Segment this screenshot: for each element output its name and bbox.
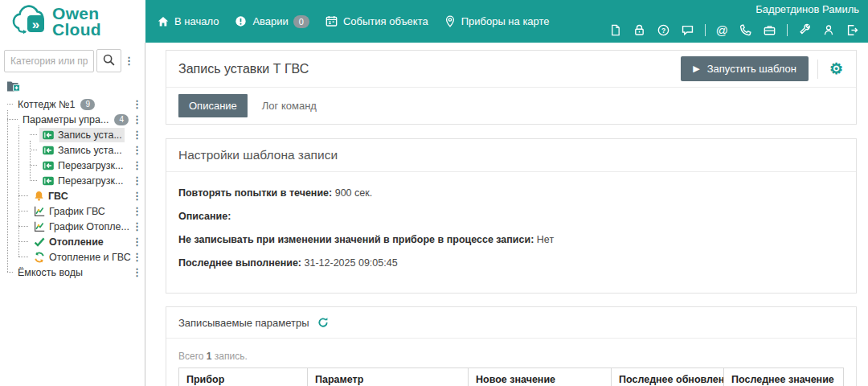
svg-text:?: ? — [661, 27, 665, 35]
column-header: Параметр — [308, 368, 469, 386]
tree-item-kebab-icon[interactable]: ⋮ — [132, 207, 142, 216]
written-params-panel: Записываемые параметры Всего 1 запись. П… — [166, 306, 857, 386]
setting-value: 900 сек. — [335, 187, 372, 199]
tree-item-перезагрузк-[interactable]: Перезагрузк...⋮ — [4, 158, 142, 173]
tree-item-core: График ГВС — [31, 204, 108, 219]
nav-item-1[interactable]: Аварии0 — [234, 14, 309, 28]
tree-connector — [30, 134, 37, 135]
setting-label: Описание: — [178, 211, 231, 222]
tree-item-kebab-icon[interactable]: ⋮ — [132, 192, 142, 200]
alert-icon — [234, 14, 248, 28]
tree-item-core: ГВС — [31, 189, 71, 203]
tree-item-параметры-упра-[interactable]: Параметры упра...4⋮ — [4, 112, 142, 127]
refresh-icon[interactable] — [317, 316, 330, 329]
tree-item-график-гвс[interactable]: График ГВС⋮ — [4, 203, 142, 219]
tree-connector — [18, 226, 28, 227]
lock-icon[interactable] — [633, 23, 646, 37]
tree-item-label: Параметры упра... — [23, 114, 108, 125]
tools-icon[interactable] — [798, 23, 812, 37]
sync-icon — [33, 251, 46, 264]
tree-connector — [18, 257, 28, 257]
search-menu-kebab-icon[interactable]: ⋮ — [124, 57, 134, 65]
tree-connector — [7, 104, 13, 105]
tree-connector — [30, 165, 37, 166]
owen-cloud-logo-icon: » — [10, 3, 47, 39]
column-header: Прибор — [179, 368, 308, 386]
tree-item-отопление-и-гвс[interactable]: Отопление и ГВС⋮ — [4, 249, 142, 265]
briefcase-icon[interactable] — [763, 23, 776, 37]
nav-item-3[interactable]: Приборы на карте — [444, 14, 550, 28]
add-folder-button[interactable] — [6, 80, 142, 94]
tree-item-запись-уста-[interactable]: Запись уста...⋮ — [4, 127, 142, 142]
tree-item-kebab-icon[interactable]: ⋮ — [132, 146, 142, 154]
phone-icon[interactable] — [739, 23, 752, 37]
tree-item-запись-уста-[interactable]: Запись уста...⋮ — [4, 142, 142, 158]
nav-item-label: Аварии — [252, 15, 288, 27]
tab-1[interactable]: Лог команд — [252, 94, 327, 117]
setting-row: Не записывать при изменении значений в п… — [178, 234, 844, 246]
tree-connector — [30, 180, 37, 181]
tree-connector — [30, 150, 37, 150]
column-header: Последнее обновление — [612, 368, 724, 386]
bell-icon — [33, 190, 45, 203]
nav-item-label: Приборы на карте — [461, 15, 550, 27]
tree-item-kebab-icon[interactable]: ⋮ — [132, 101, 142, 109]
tree-connector — [7, 119, 18, 120]
separator — [705, 24, 706, 36]
tree-item-label: Отопление и ГВС — [49, 252, 131, 263]
nav-item-0[interactable]: В начало — [157, 15, 219, 28]
tree-item-график-отопле-[interactable]: График Отопле...⋮ — [4, 219, 142, 234]
tree-item-коттедж-№1[interactable]: Коттедж №19⋮ — [4, 96, 142, 112]
tree-item-kebab-icon[interactable]: ⋮ — [132, 116, 142, 124]
tree-item-core: Перезагрузк... — [39, 158, 126, 173]
setting-label: Не записывать при изменении значений в п… — [178, 234, 534, 245]
tree-item-kebab-icon[interactable]: ⋮ — [132, 162, 142, 170]
template-settings-button[interactable]: ⚙ — [817, 60, 850, 79]
tree-item-kebab-icon[interactable]: ⋮ — [132, 253, 142, 261]
tree-item-core: Ёмкость воды — [15, 266, 85, 279]
device-tree: Коттедж №19⋮Параметры упра...4⋮Запись ус… — [4, 96, 142, 280]
tree-item-label: Запись уста... — [58, 145, 122, 156]
tabs-row: ОписаниеЛог команд — [166, 88, 856, 124]
chart-icon — [33, 220, 46, 233]
search-button[interactable] — [96, 49, 121, 72]
template-panel: Запись уставки Т ГВС ▶ Запустить шаблон … — [166, 50, 857, 125]
user-name[interactable]: Бадретдинов Рамиль — [755, 3, 859, 15]
tree-item-kebab-icon[interactable]: ⋮ — [132, 223, 142, 231]
search-input[interactable] — [4, 50, 94, 72]
tab-0[interactable]: Описание — [178, 94, 248, 117]
tree-item-kebab-icon[interactable]: ⋮ — [132, 238, 142, 246]
setting-value: 31-12-2025 09:05:45 — [305, 257, 398, 269]
tree-item-отопление[interactable]: Отопление⋮ — [4, 234, 142, 249]
tree-item-гвс[interactable]: ГВС⋮ — [4, 188, 142, 203]
tree-item-core: График Отопле... — [31, 220, 132, 234]
chat-icon[interactable] — [681, 23, 694, 37]
nav-item-2[interactable]: События объекта — [325, 14, 428, 28]
setting-row: Описание: — [178, 211, 844, 223]
map-pin-icon — [444, 14, 457, 28]
profile-icon[interactable] — [822, 23, 835, 37]
tree-item-ёмкость-воды[interactable]: Ёмкость воды⋮ — [4, 265, 142, 280]
logout-icon[interactable] — [845, 23, 859, 37]
params-table-header-row: ПриборПараметрНовое значениеПоследнее об… — [179, 368, 844, 386]
tree-item-core: Запись уста... — [39, 128, 125, 142]
setting-row: Повторять попытки в течение: 900 сек. — [178, 187, 844, 199]
tree-item-core: Параметры упра...4 — [20, 113, 131, 126]
logo-text: Owen Cloud — [52, 6, 101, 37]
run-template-button[interactable]: ▶ Запустить шаблон — [681, 56, 809, 81]
email-icon[interactable]: @ — [716, 23, 728, 37]
sidebar: ⋮ Коттедж №19⋮Параметры упра...4⋮Запись … — [0, 43, 145, 386]
help-icon[interactable]: ? — [657, 23, 670, 37]
nav-item-badge: 0 — [293, 15, 309, 28]
document-icon[interactable] — [609, 23, 622, 37]
logo[interactable]: » Owen Cloud — [0, 0, 145, 43]
tree-item-перезагрузк-[interactable]: Перезагрузк...⋮ — [4, 173, 142, 188]
tree-item-kebab-icon[interactable]: ⋮ — [132, 269, 142, 277]
user-icon-row: ?@ — [609, 23, 859, 37]
tree-item-kebab-icon[interactable]: ⋮ — [132, 131, 142, 139]
script-icon — [42, 175, 55, 187]
separator — [787, 24, 788, 36]
tree-item-kebab-icon[interactable]: ⋮ — [132, 177, 142, 185]
svg-text:»: » — [32, 17, 39, 32]
add-folder-icon — [6, 84, 22, 96]
